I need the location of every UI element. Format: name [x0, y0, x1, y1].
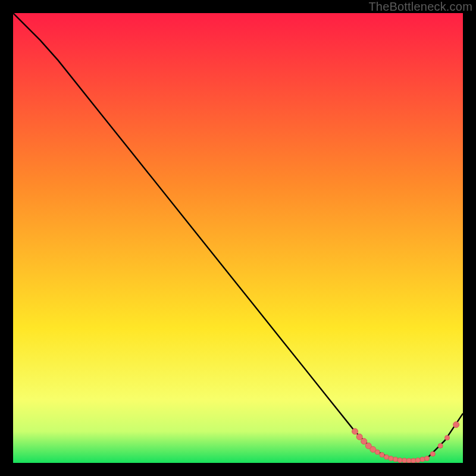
data-point	[393, 457, 398, 462]
data-point	[425, 456, 430, 461]
chart-stage: TheBottleneck.com	[0, 0, 476, 476]
data-point	[389, 456, 393, 461]
gradient-bg	[13, 13, 463, 463]
data-point	[420, 457, 425, 462]
data-point	[438, 443, 443, 448]
data-point	[380, 452, 384, 457]
data-point	[445, 436, 450, 440]
data-point	[384, 455, 389, 459]
data-point	[415, 458, 420, 462]
data-point	[406, 458, 411, 463]
chart-svg	[13, 13, 463, 463]
data-point	[375, 450, 380, 455]
data-point	[402, 458, 407, 463]
data-point	[430, 452, 435, 456]
data-point	[411, 458, 416, 463]
watermark-text: TheBottleneck.com	[368, 0, 472, 14]
data-point	[352, 428, 358, 434]
data-point	[361, 439, 367, 444]
data-point	[356, 434, 362, 440]
data-point	[453, 422, 459, 428]
data-point	[397, 458, 402, 462]
plot-area	[13, 13, 463, 463]
